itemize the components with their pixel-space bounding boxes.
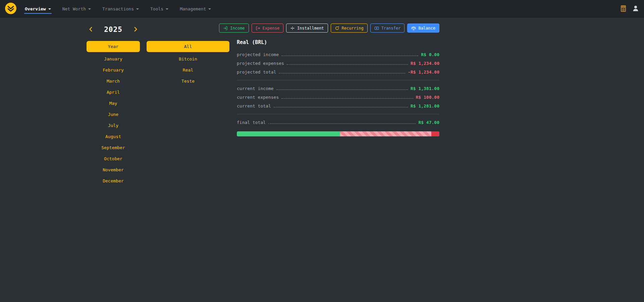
chevron-down-icon xyxy=(48,8,51,10)
summary-row-value: -R$ 1,234.00 xyxy=(408,70,439,75)
filter-label: Balance xyxy=(418,26,435,31)
nav-item-label: Management xyxy=(180,6,206,11)
box-arrow-in-right-icon xyxy=(223,26,228,31)
summary-row-value: R$ 1,234.00 xyxy=(411,61,439,66)
calculator-button[interactable] xyxy=(620,5,627,13)
next-year-button[interactable] xyxy=(132,26,139,34)
main-menu: Overview Net Worth Transactions Tools Ma… xyxy=(24,0,222,18)
summary-row: projected total -R$ 1,234.00 xyxy=(237,68,439,76)
summary-row-label: current total xyxy=(237,103,271,109)
nav-item-management[interactable]: Management xyxy=(179,4,212,14)
summary-row-value: R$ 1,281.00 xyxy=(411,103,439,109)
division-icon xyxy=(290,26,295,31)
transaction-type-filters: Income Expense xyxy=(237,24,439,33)
dotted-leader xyxy=(279,73,405,74)
navbar-actions xyxy=(620,5,639,13)
chevron-down-icon xyxy=(88,8,91,10)
expense-filter-button[interactable]: Expense xyxy=(252,24,284,33)
main-content: 2025 Year January February March April M… xyxy=(0,18,644,186)
calculator-icon xyxy=(620,5,627,13)
summary-row-label: final total xyxy=(237,120,266,125)
nav-item-label: Tools xyxy=(150,6,163,11)
brand-logo-icon xyxy=(5,2,17,16)
dotted-leader xyxy=(268,123,416,124)
income-filter-button[interactable]: Income xyxy=(219,24,249,33)
month-link-june[interactable]: June xyxy=(87,109,140,120)
wallet-link-bitcoin[interactable]: Bitcoin xyxy=(147,53,229,64)
progress-segment-striped xyxy=(340,131,431,136)
summary-row-label: projected total xyxy=(237,70,276,75)
section-divider xyxy=(237,80,439,80)
filter-label: Transfer xyxy=(381,26,401,31)
summary-row-label: current expenses xyxy=(237,95,279,100)
dotted-leader xyxy=(281,55,418,56)
nav-item-transactions[interactable]: Transactions xyxy=(102,4,140,14)
app-logo[interactable] xyxy=(5,2,17,16)
nav-item-net-worth[interactable]: Net Worth xyxy=(62,4,92,14)
prev-year-button[interactable] xyxy=(87,26,95,34)
wallets-column: All Bitcoin Real Teste xyxy=(147,24,229,87)
summary-row-label: projected expenses xyxy=(237,61,284,66)
summary-row-value: R$ 1,381.00 xyxy=(411,86,439,91)
chevron-left-icon xyxy=(88,26,94,33)
top-navbar: Overview Net Worth Transactions Tools Ma… xyxy=(0,0,644,18)
month-link-april[interactable]: April xyxy=(87,87,140,98)
month-link-september[interactable]: September xyxy=(87,142,140,153)
nav-item-tools[interactable]: Tools xyxy=(150,4,169,14)
year-filter-button[interactable]: Year xyxy=(87,41,140,52)
user-menu-button[interactable] xyxy=(632,5,639,13)
year-navigator: 2025 xyxy=(87,24,140,36)
dotted-leader xyxy=(287,64,408,65)
month-link-march[interactable]: March xyxy=(87,76,140,87)
month-link-august[interactable]: August xyxy=(87,131,140,142)
nav-item-label: Net Worth xyxy=(62,6,86,11)
summary-row-value: R$ 0.00 xyxy=(421,52,439,57)
dotted-leader xyxy=(281,98,413,99)
chevron-right-icon xyxy=(132,26,139,33)
scales-icon xyxy=(411,26,416,31)
month-link-july[interactable]: July xyxy=(87,120,140,131)
wallet-link-teste[interactable]: Teste xyxy=(147,76,229,87)
filter-label: Recurring xyxy=(342,26,364,31)
dotted-leader xyxy=(276,89,408,90)
summary-row: current income R$ 1,381.00 xyxy=(237,84,439,93)
summary-row-label: current income xyxy=(237,86,274,91)
month-link-may[interactable]: May xyxy=(87,98,140,109)
box-arrow-right-icon xyxy=(256,26,260,31)
wallet-link-real[interactable]: Real xyxy=(147,64,229,76)
dotted-leader xyxy=(274,107,408,107)
year-label: 2025 xyxy=(104,26,122,34)
month-link-october[interactable]: October xyxy=(87,153,140,164)
recurring-filter-button[interactable]: Recurring xyxy=(331,24,368,33)
month-link-december[interactable]: December xyxy=(87,175,140,186)
cash-icon xyxy=(374,26,379,31)
summary-row: projected expenses R$ 1,234.00 xyxy=(237,59,439,68)
arrow-repeat-icon xyxy=(335,26,339,31)
person-icon xyxy=(632,5,639,13)
period-column: 2025 Year January February March April M… xyxy=(87,24,140,186)
transfer-filter-button[interactable]: Transfer xyxy=(370,24,405,33)
chevron-down-icon xyxy=(136,8,139,10)
summary-row-value: R$ 100.00 xyxy=(416,95,439,100)
chevron-down-icon xyxy=(166,8,168,10)
budget-progress-bar xyxy=(237,131,439,136)
nav-item-label: Overview xyxy=(25,6,46,11)
summary-row: current expenses R$ 100.00 xyxy=(237,93,439,101)
filter-label: Installment xyxy=(297,26,324,31)
wallet-summary-title: Real (BRL) xyxy=(237,39,439,45)
summary-row-value: R$ 47.00 xyxy=(418,120,439,125)
summary-row: projected income R$ 0.00 xyxy=(237,50,439,59)
installment-filter-button[interactable]: Installment xyxy=(286,24,328,33)
month-link-february[interactable]: February xyxy=(87,64,140,76)
month-link-november[interactable]: November xyxy=(87,164,140,175)
nav-item-overview[interactable]: Overview xyxy=(24,4,52,14)
chevron-down-icon xyxy=(208,8,211,10)
month-link-january[interactable]: January xyxy=(87,53,140,64)
progress-segment-expense xyxy=(431,131,439,136)
balance-filter-button[interactable]: Balance xyxy=(407,24,439,33)
progress-segment-income xyxy=(237,131,340,136)
nav-item-label: Transactions xyxy=(102,6,134,11)
all-wallets-button[interactable]: All xyxy=(147,41,229,52)
filter-label: Expense xyxy=(263,26,280,31)
summary-column: Income Expense xyxy=(237,24,439,136)
